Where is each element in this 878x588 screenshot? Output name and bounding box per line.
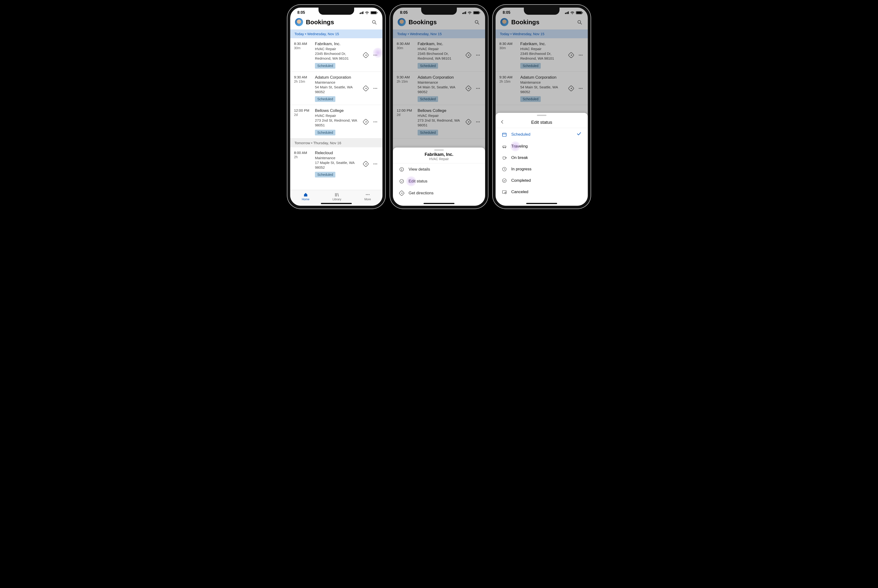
directions-button[interactable] (362, 160, 369, 167)
more-icon (373, 52, 378, 58)
check-icon (576, 131, 582, 138)
tab-more[interactable]: More (365, 192, 371, 201)
search-icon (372, 20, 377, 25)
status-option-canceled[interactable]: Canceled (495, 186, 588, 198)
status-badge: Scheduled (315, 130, 335, 135)
action-sheet-title: Fabrikam, Inc. (393, 152, 485, 157)
status-badge: Scheduled (315, 172, 335, 177)
page-title: Bookings (306, 18, 368, 26)
booking-row[interactable]: 12:00 PM 2d Bellows College HVAC Repair … (290, 105, 383, 138)
app-header: Bookings (290, 16, 383, 30)
status-option-on-break[interactable]: On break (495, 152, 588, 164)
signal-icon (360, 11, 364, 14)
status-badge: Scheduled (315, 63, 335, 69)
more-button[interactable] (372, 118, 379, 125)
more-button[interactable] (372, 85, 379, 92)
phone-screen-2: 8:05 Bookings Today • Wednesday, Nov 15 … (390, 5, 488, 208)
booking-time-col: 8:30 AM 30m (294, 42, 312, 69)
library-icon (334, 192, 339, 197)
back-button[interactable] (500, 120, 504, 125)
action-sheet: Fabrikam, Inc. HVAC Repair View details … (393, 147, 485, 206)
status-option-in-progress[interactable]: In progress (495, 164, 588, 175)
device-notch (421, 8, 457, 15)
home-indicator[interactable] (526, 203, 557, 204)
calendar-icon (502, 132, 507, 137)
more-icon (365, 192, 370, 197)
directions-button[interactable] (362, 118, 369, 125)
home-icon (303, 192, 308, 197)
edit-icon (399, 178, 404, 184)
clock-icon (502, 166, 507, 172)
booking-row[interactable]: 8:30 AM 30m Fabrikam, Inc. HVAC Repair 2… (290, 38, 383, 72)
home-indicator[interactable] (423, 203, 455, 204)
status-option-completed[interactable]: Completed (495, 175, 588, 186)
directions-icon (363, 86, 369, 91)
booking-row[interactable]: 9:30 AM 2h 15m Adatum Corporation Mainte… (290, 72, 383, 105)
booking-row[interactable]: 8:00 AM 2h Relecloud Maintenance 17 Mapl… (290, 147, 383, 180)
tab-library[interactable]: Library (333, 192, 341, 201)
action-sheet-subtitle: HVAC Repair (393, 157, 485, 161)
sheet-grabber[interactable] (537, 115, 546, 116)
action-get-directions[interactable]: Get directions (393, 187, 485, 199)
status-option-traveling[interactable]: Traveling (495, 141, 588, 152)
completed-icon (502, 178, 507, 183)
more-button[interactable] (372, 52, 379, 58)
info-icon (399, 167, 404, 172)
more-icon (373, 161, 378, 166)
status-option-scheduled[interactable]: Scheduled (495, 128, 588, 141)
more-icon (373, 86, 378, 91)
wifi-icon (365, 11, 369, 15)
chevron-left-icon (500, 120, 504, 124)
phone-screen-3: 8:05 Bookings Today • Wednesday, Nov 15 … (493, 5, 591, 208)
phone-screen-1: 8:05 Bookings Today • Wednesday, Nov 15 … (287, 5, 385, 208)
tab-home[interactable]: Home (302, 192, 309, 201)
directions-icon (363, 161, 369, 167)
home-indicator[interactable] (321, 203, 352, 204)
device-notch (524, 8, 560, 15)
date-section-today: Today • Wednesday, Nov 15 (290, 30, 383, 38)
directions-icon (399, 190, 404, 196)
status-time: 8:05 (297, 10, 305, 15)
edit-status-title: Edit status (500, 120, 584, 125)
sheet-grabber[interactable] (434, 149, 444, 151)
car-icon (502, 144, 507, 149)
action-view-details[interactable]: View details (393, 164, 485, 176)
directions-button[interactable] (362, 52, 369, 58)
booking-info-col: Fabrikam, Inc. HVAC Repair 2345 Birchwoo… (315, 42, 360, 69)
avatar[interactable] (295, 18, 303, 26)
directions-icon (363, 119, 369, 125)
directions-button[interactable] (362, 85, 369, 92)
coffee-icon (502, 155, 507, 160)
more-icon (373, 119, 378, 124)
search-button[interactable] (371, 18, 378, 26)
more-button[interactable] (372, 160, 379, 167)
cancel-icon (502, 189, 507, 195)
edit-status-sheet: Edit status Scheduled Traveling On break… (495, 113, 588, 206)
date-section-tomorrow: Tomorrow • Thursday, Nov 16 (290, 138, 383, 147)
status-badge: Scheduled (315, 96, 335, 102)
device-notch (318, 8, 354, 15)
action-edit-status[interactable]: Edit status (393, 176, 485, 187)
battery-icon (371, 11, 377, 14)
directions-icon (363, 52, 369, 58)
